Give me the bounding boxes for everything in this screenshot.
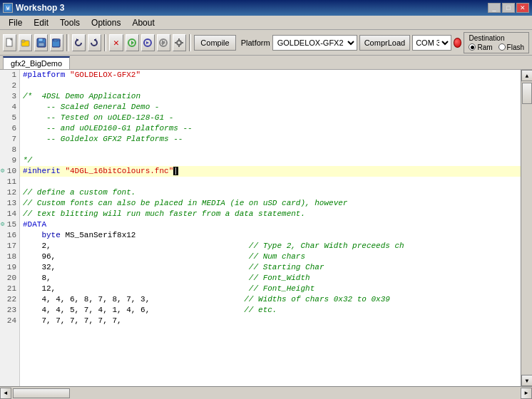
- code-line-15: #DATA: [20, 219, 521, 230]
- code-line-8: [20, 145, 521, 155]
- line-num-11: 11: [0, 177, 19, 187]
- line-num-9: 9: [0, 155, 19, 166]
- line-numbers: 1 2 3 4 5 6 7 8 9 10 11 12 13 14 15 16 1…: [0, 70, 20, 386]
- h-scroll-track[interactable]: [11, 388, 521, 399]
- line-num-10: 10: [0, 166, 19, 177]
- separator-2: [104, 34, 107, 51]
- code-line-16: byte MS_5anSerif8x12: [20, 230, 521, 241]
- svg-point-19: [177, 41, 181, 45]
- line-num-12: 12: [0, 187, 19, 198]
- scroll-up-button[interactable]: ▲: [521, 70, 532, 81]
- scroll-down-button[interactable]: ▼: [521, 375, 532, 386]
- menu-options[interactable]: Options: [86, 16, 126, 29]
- line-num-6: 6: [0, 123, 19, 134]
- undo-button[interactable]: [72, 34, 86, 51]
- destination-box: Destination Ram Flash: [464, 32, 529, 53]
- app-title: Workshop 3: [16, 3, 64, 13]
- line-num-4: 4: [0, 102, 19, 113]
- menu-edit[interactable]: Edit: [28, 16, 54, 29]
- code-editor[interactable]: #platform "GOLDELOX-GFX2" /* 4DSL Demo A…: [20, 70, 521, 386]
- dest-flash-radio[interactable]: [498, 43, 506, 51]
- toolbar: ✕ Compile Platform GOLDELOX-GFX2 GOLDELO…: [0, 30, 532, 56]
- code-line-17: 2, // Type 2, Char Width preceeds ch: [20, 241, 521, 252]
- code-line-1: #platform "GOLDELOX-GFX2": [20, 70, 521, 81]
- svg-marker-15: [131, 41, 134, 45]
- separator-1: [66, 34, 69, 51]
- line-num-24: 24: [0, 316, 19, 326]
- new-button[interactable]: [3, 34, 16, 51]
- scroll-track[interactable]: [521, 81, 532, 375]
- code-line-3: /* 4DSL Demo Application: [20, 91, 521, 102]
- flash-button[interactable]: [157, 34, 170, 51]
- code-line-10: #inherit "4DGL_16bitColours.fnc"|: [20, 166, 521, 177]
- menu-file[interactable]: File: [3, 16, 28, 29]
- code-line-14: // text blitting will run much faster fr…: [20, 209, 521, 219]
- code-line-5: -- Tested on uOLED-128-G1 -: [20, 113, 521, 123]
- open-button[interactable]: [19, 34, 32, 51]
- scroll-left-button[interactable]: ◄: [0, 388, 11, 399]
- minimize-button[interactable]: _: [488, 3, 501, 13]
- code-line-18: 96, // Num chars: [20, 252, 521, 262]
- save-button[interactable]: [34, 34, 48, 51]
- connection-indicator: [454, 38, 461, 48]
- redo-button[interactable]: [88, 34, 101, 51]
- svg-rect-5: [21, 40, 25, 42]
- settings-button[interactable]: [173, 34, 186, 51]
- code-line-21: 12, // Font_Height: [20, 284, 521, 294]
- com-select[interactable]: COM 1 COM 2 COM 3 COM 4: [412, 35, 451, 51]
- line-num-18: 18: [0, 252, 19, 262]
- saveall-button[interactable]: [50, 34, 63, 51]
- code-line-20: 8, // Font_Width: [20, 273, 521, 284]
- vertical-scrollbar: ▲ ▼: [521, 70, 532, 386]
- separator-3: [189, 34, 192, 51]
- title-bar: W Workshop 3 _ □ ✕: [0, 0, 532, 16]
- stop-button[interactable]: ✕: [109, 34, 123, 51]
- tab-bar: gfx2_BigDemo: [0, 56, 532, 70]
- dest-flash-option[interactable]: Flash: [498, 43, 524, 51]
- dest-ram-radio[interactable]: [469, 43, 476, 51]
- code-line-19: 32, // Starting Char: [20, 262, 521, 273]
- tab-gfx2bigdemo[interactable]: gfx2_BigDemo: [3, 56, 70, 69]
- scroll-right-button[interactable]: ►: [521, 388, 532, 399]
- line-num-21: 21: [0, 284, 19, 294]
- dest-ram-option[interactable]: Ram: [469, 43, 492, 51]
- platform-select[interactable]: GOLDELOX-GFX2 GOLDELOX PICASO DIABLO16: [272, 35, 357, 51]
- line-num-1: 1: [0, 70, 19, 81]
- build-button[interactable]: [126, 34, 139, 51]
- horizontal-scrollbar: ◄ ►: [0, 386, 532, 399]
- line-num-23: 23: [0, 305, 19, 316]
- line-num-5: 5: [0, 113, 19, 123]
- svg-marker-12: [76, 38, 78, 41]
- code-line-23: 4, 4, 5, 7, 4, 1, 4, 6, // etc.: [20, 305, 521, 316]
- destination-label: Destination: [469, 34, 504, 42]
- code-line-6: -- and uOLED160-G1 platforms --: [20, 123, 521, 134]
- line-num-7: 7: [0, 134, 19, 145]
- code-line-13: // Custom fonts can also be placed in ME…: [20, 198, 521, 209]
- code-line-4: -- Scaled General Demo -: [20, 102, 521, 113]
- h-scroll-thumb[interactable]: [13, 388, 70, 398]
- comprload-button[interactable]: ComprLoad: [359, 35, 410, 51]
- line-num-16: 16: [0, 230, 19, 241]
- svg-rect-7: [39, 38, 43, 41]
- compile-button[interactable]: Compile: [194, 35, 235, 51]
- app-icon: W: [3, 3, 13, 13]
- editor-area: 1 2 3 4 5 6 7 8 9 10 11 12 13 14 15 16 1…: [0, 70, 532, 386]
- close-button[interactable]: ✕: [516, 3, 529, 13]
- menu-tools[interactable]: Tools: [54, 16, 86, 29]
- line-num-2: 2: [0, 81, 19, 91]
- menu-bar: File Edit Tools Options About: [0, 16, 532, 30]
- dest-ram-label: Ram: [477, 43, 492, 51]
- code-line-12: // define a custom font.: [20, 187, 521, 198]
- svg-rect-8: [39, 43, 44, 46]
- maximize-button[interactable]: □: [502, 3, 515, 13]
- code-line-9: */: [20, 155, 521, 166]
- menu-about[interactable]: About: [126, 16, 160, 29]
- code-line-2: [20, 81, 521, 91]
- download-button[interactable]: [141, 34, 155, 51]
- svg-rect-11: [53, 39, 60, 41]
- line-num-20: 20: [0, 273, 19, 284]
- platform-label: Platform: [241, 38, 270, 47]
- line-num-14: 14: [0, 209, 19, 219]
- scroll-thumb[interactable]: [522, 83, 532, 104]
- line-num-13: 13: [0, 198, 19, 209]
